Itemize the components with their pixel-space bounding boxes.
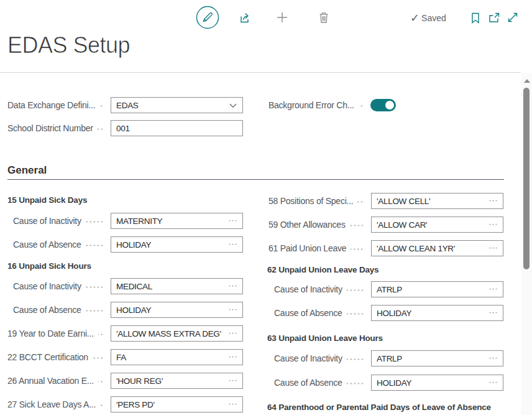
lookup-input[interactable]: ATRLP ··· <box>371 350 503 366</box>
check-icon: ✓ <box>410 11 420 25</box>
delete-button[interactable] <box>318 11 329 24</box>
field-label: Background Error Ch... <box>268 100 354 110</box>
trash-icon <box>318 11 329 24</box>
field-label: Cause of Inactivity <box>268 284 342 294</box>
field-row-data-exchange: Data Exchange Defini... EDAS <box>7 97 243 113</box>
dotted-leader <box>347 289 365 291</box>
assist-edit-button[interactable]: ··· <box>229 376 238 384</box>
scrollbar-up-arrow[interactable] <box>524 79 530 83</box>
dotted-leader <box>100 404 104 406</box>
assist-edit-button[interactable]: ··· <box>229 352 238 360</box>
assist-edit-button[interactable]: ··· <box>229 399 238 408</box>
chevron-down-icon[interactable] <box>229 103 237 108</box>
open-in-window-button[interactable] <box>488 12 500 23</box>
share-icon <box>239 12 251 24</box>
field-label: Cause of Absence <box>268 308 342 318</box>
lookup-input[interactable]: MEDICAL ··· <box>111 278 243 294</box>
field-row: Cause of Absence HOLIDAY ··· <box>7 302 243 318</box>
bookmark-button[interactable] <box>471 12 480 24</box>
field-label: Cause of Inactivity <box>268 353 342 363</box>
lookup-input[interactable]: 'ALLOW CLEAN 1YR' ··· <box>371 240 503 256</box>
field-row: 19 Year to Date Earni... 'ALLOW MASS EXT… <box>7 325 243 342</box>
dotted-leader <box>351 248 365 250</box>
title-divider <box>0 72 521 73</box>
field-row: Cause of Absence HOLIDAY ··· <box>7 236 243 253</box>
group-header: 62 Unpaid Union Leave Days <box>267 264 378 276</box>
page-title: EDAS Setup <box>7 32 130 58</box>
lookup-input[interactable]: HOLIDAY ··· <box>111 236 243 253</box>
field-row: Cause of Absence HOLIDAY ··· <box>268 375 503 391</box>
lookup-input[interactable]: 'ALLOW CAR' ··· <box>371 217 503 233</box>
dotted-leader <box>98 128 104 130</box>
field-row: 22 BCCT Certification FA ··· <box>7 349 243 365</box>
assist-edit-button[interactable]: ··· <box>229 329 238 337</box>
field-row-background-error: Background Error Ch... <box>268 97 396 113</box>
assist-edit-button[interactable]: ··· <box>489 353 498 361</box>
group-header: 16 Unpaid Sick Hours <box>7 260 91 273</box>
assist-edit-button[interactable]: ··· <box>489 378 498 386</box>
popout-icon <box>488 12 500 23</box>
dotted-leader <box>86 286 104 288</box>
toggle-knob <box>385 101 394 110</box>
field-row: Cause of Inactivity MATERNITY ··· <box>7 213 243 229</box>
dotted-leader <box>86 221 104 223</box>
plus-icon <box>277 12 288 23</box>
field-label: 61 Paid Union Leave <box>268 243 346 253</box>
lookup-input[interactable]: MATERNITY ··· <box>111 213 243 229</box>
dotted-leader <box>98 381 104 383</box>
dotted-leader <box>86 245 104 246</box>
lookup-input[interactable]: HOLIDAY ··· <box>371 305 503 321</box>
field-label: 22 BCCT Certification <box>7 352 88 362</box>
lookup-input[interactable]: HOLIDAY ··· <box>371 375 503 391</box>
field-row: 27 Sick Leave Days A... 'PERS PD' ··· <box>7 396 243 413</box>
expand-icon <box>507 12 518 23</box>
save-status: ✓ Saved <box>410 12 446 24</box>
lookup-input[interactable]: 'ALLOW MASS EXTRA DEG' ··· <box>111 325 243 342</box>
dotted-leader <box>347 313 365 315</box>
field-row-school-district: School District Number 001 <box>7 120 243 136</box>
assist-edit-button[interactable]: ··· <box>489 308 498 316</box>
field-label: 59 Other Allowances <box>268 220 346 230</box>
dotted-leader <box>359 105 364 107</box>
section-divider <box>7 179 504 180</box>
lookup-input[interactable]: HOLIDAY ··· <box>111 302 243 318</box>
pencil-icon <box>196 6 219 29</box>
field-label: Cause of Absence <box>7 305 81 315</box>
assist-edit-button[interactable]: ··· <box>229 305 238 313</box>
dotted-leader <box>99 105 104 107</box>
lookup-input[interactable]: 'HOUR REG' ··· <box>111 373 243 389</box>
dotted-leader <box>347 383 365 385</box>
edit-button[interactable] <box>196 6 219 29</box>
field-row: Cause of Inactivity ATRLP ··· <box>268 281 503 297</box>
scrollbar-thumb[interactable] <box>523 88 530 269</box>
lookup-input[interactable]: 'PERS PD' ··· <box>111 396 243 413</box>
field-row: Cause of Inactivity ATRLP ··· <box>268 350 503 366</box>
background-error-toggle[interactable] <box>370 99 396 111</box>
field-row: Cause of Inactivity MEDICAL ··· <box>7 278 243 294</box>
lookup-input[interactable]: FA ··· <box>111 349 243 365</box>
assist-edit-button[interactable]: ··· <box>489 196 498 204</box>
share-button[interactable] <box>239 12 251 24</box>
lookup-input[interactable]: ATRLP ··· <box>371 281 503 297</box>
field-label: Cause of Absence <box>7 240 81 249</box>
school-district-input[interactable]: 001 <box>111 120 243 136</box>
field-label: Cause of Absence <box>268 378 342 388</box>
expand-button[interactable] <box>507 12 518 23</box>
field-label: School District Number <box>7 123 93 133</box>
field-row: 59 Other Allowances 'ALLOW CAR' ··· <box>268 217 503 233</box>
assist-edit-button[interactable]: ··· <box>229 240 238 248</box>
assist-edit-button[interactable]: ··· <box>489 243 498 251</box>
field-label: 26 Annual Vacation E... <box>7 376 94 386</box>
dotted-leader <box>350 225 365 226</box>
dotted-leader <box>357 201 365 203</box>
field-label: 27 Sick Leave Days A... <box>7 399 96 409</box>
lookup-input[interactable]: 'ALLOW CELL' ··· <box>371 193 503 209</box>
assist-edit-button[interactable]: ··· <box>489 220 498 228</box>
data-exchange-combobox[interactable]: EDAS <box>111 97 243 113</box>
field-label: Data Exchange Defini... <box>7 100 95 110</box>
dotted-leader <box>86 310 104 312</box>
assist-edit-button[interactable]: ··· <box>229 281 238 289</box>
new-button[interactable] <box>277 12 288 23</box>
assist-edit-button[interactable]: ··· <box>229 216 238 224</box>
assist-edit-button[interactable]: ··· <box>489 284 498 292</box>
